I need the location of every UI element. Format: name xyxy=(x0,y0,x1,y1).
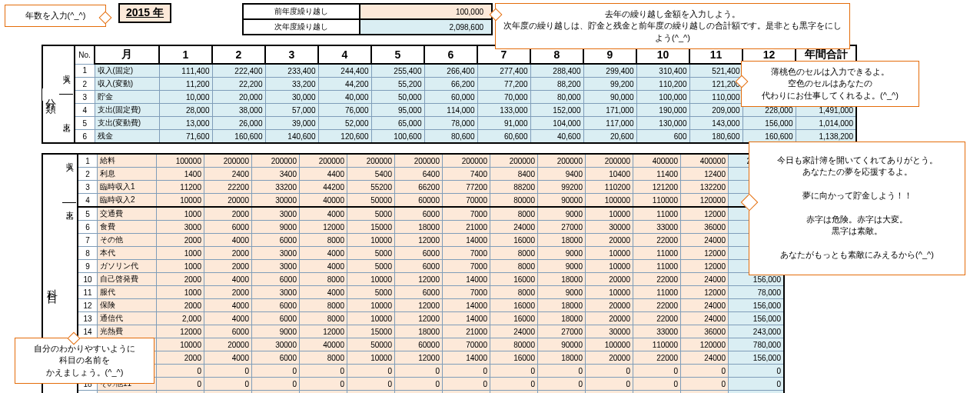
cell-value[interactable]: 3400 xyxy=(252,168,300,181)
cell-value[interactable]: 4000 xyxy=(204,299,252,312)
cell-value[interactable]: 18000 xyxy=(395,221,443,234)
row-name[interactable]: 光熱費 xyxy=(98,325,157,338)
cell-value[interactable]: 66200 xyxy=(395,181,443,194)
cell-value[interactable]: 80000 xyxy=(490,338,538,351)
cell-value[interactable]: 5000 xyxy=(347,286,395,299)
cell-value[interactable]: 7000 xyxy=(443,286,490,299)
cell-value[interactable]: 9000 xyxy=(252,325,300,338)
cell-value[interactable]: 8000 xyxy=(300,312,347,325)
cell-value[interactable]: 110200 xyxy=(586,181,633,194)
cell-value[interactable]: 22000 xyxy=(633,312,681,325)
cell-value[interactable]: 8000 xyxy=(300,351,347,365)
cell-value[interactable]: 70000 xyxy=(443,338,490,351)
cell-value[interactable]: 8000 xyxy=(490,247,538,260)
cell-value[interactable]: 6000 xyxy=(395,286,443,299)
cell-value[interactable]: 2000 xyxy=(204,260,252,273)
cell-value[interactable]: 121200 xyxy=(633,181,681,194)
cell-value[interactable]: 14000 xyxy=(443,351,490,365)
cell-value[interactable]: 0 xyxy=(347,365,395,378)
cell-value[interactable]: 20000 xyxy=(586,273,633,286)
cell-value[interactable]: 200000 xyxy=(443,154,490,168)
cell-value[interactable]: 33000 xyxy=(633,325,681,338)
cell-value[interactable]: 50000 xyxy=(347,338,395,351)
cell-value[interactable]: 200000 xyxy=(538,154,586,168)
cell-value[interactable]: 20000 xyxy=(586,299,633,312)
cell-value[interactable]: 0 xyxy=(586,378,633,391)
cell-value[interactable]: 6000 xyxy=(395,247,443,260)
cell-value[interactable]: 0 xyxy=(538,378,586,391)
cell-value[interactable]: 2000 xyxy=(157,351,204,365)
row-name[interactable]: 利息 xyxy=(98,168,157,181)
cell-value[interactable]: 12000 xyxy=(395,351,443,365)
cell-value[interactable]: 200000 xyxy=(490,154,538,168)
cell-value[interactable]: 5000 xyxy=(347,207,395,221)
cell-value[interactable]: 0 xyxy=(681,391,729,394)
cell-value[interactable]: 4000 xyxy=(204,234,252,247)
cell-value[interactable]: 12000 xyxy=(300,221,347,234)
row-name[interactable]: その他12 xyxy=(98,391,157,394)
row-name[interactable]: 自己啓発費 xyxy=(98,273,157,286)
cell-value[interactable]: 12000 xyxy=(681,207,729,221)
row-name[interactable]: 服代 xyxy=(98,286,157,299)
cell-value[interactable]: 12000 xyxy=(395,273,443,286)
cell-value[interactable]: 16000 xyxy=(490,351,538,365)
cell-value[interactable]: 0 xyxy=(300,378,347,391)
cell-value[interactable]: 200000 xyxy=(204,154,252,168)
cell-value[interactable]: 40000 xyxy=(300,338,347,351)
cell-value[interactable]: 18000 xyxy=(538,312,586,325)
row-name[interactable]: 保険 xyxy=(98,299,157,312)
cell-value[interactable]: 0 xyxy=(681,365,729,378)
cell-value[interactable]: 9000 xyxy=(538,247,586,260)
cell-value[interactable]: 11400 xyxy=(633,168,681,181)
cell-value[interactable]: 6000 xyxy=(252,351,300,365)
cell-value[interactable]: 0 xyxy=(157,391,204,394)
cell-value[interactable]: 55200 xyxy=(347,181,395,194)
cell-value[interactable]: 200000 xyxy=(300,154,347,168)
cell-value[interactable]: 0 xyxy=(586,365,633,378)
cell-value[interactable]: 90000 xyxy=(538,338,586,351)
prev-rollover-value[interactable]: 100,000 xyxy=(360,4,492,19)
cell-value[interactable]: 0 xyxy=(538,391,586,394)
cell-value[interactable]: 22200 xyxy=(204,181,252,194)
cell-value[interactable]: 9000 xyxy=(538,207,586,221)
cell-value[interactable]: 36000 xyxy=(681,221,729,234)
cell-value[interactable]: 7000 xyxy=(443,247,490,260)
row-name[interactable]: ガソリン代 xyxy=(98,260,157,273)
cell-value[interactable]: 8000 xyxy=(490,260,538,273)
cell-value[interactable]: 27000 xyxy=(538,221,586,234)
cell-value[interactable]: 3000 xyxy=(252,260,300,273)
cell-value[interactable]: 99200 xyxy=(538,181,586,194)
cell-value[interactable]: 6000 xyxy=(252,299,300,312)
cell-value[interactable]: 22000 xyxy=(633,299,681,312)
cell-value[interactable]: 10000 xyxy=(347,273,395,286)
cell-value[interactable]: 0 xyxy=(443,365,490,378)
cell-value[interactable]: 0 xyxy=(395,378,443,391)
cell-value[interactable]: 30000 xyxy=(586,221,633,234)
cell-value[interactable]: 0 xyxy=(490,365,538,378)
cell-value[interactable]: 5000 xyxy=(347,260,395,273)
cell-value[interactable]: 8000 xyxy=(490,286,538,299)
cell-value[interactable]: 0 xyxy=(157,378,204,391)
cell-value[interactable]: 1400 xyxy=(157,168,204,181)
cell-value[interactable]: 8400 xyxy=(490,168,538,181)
cell-value[interactable]: 12400 xyxy=(681,168,729,181)
cell-value[interactable]: 36000 xyxy=(681,325,729,338)
cell-value[interactable]: 0 xyxy=(586,391,633,394)
row-name[interactable]: 交通費 xyxy=(98,207,157,221)
cell-value[interactable]: 0 xyxy=(395,391,443,394)
cell-value[interactable]: 44200 xyxy=(300,181,347,194)
cell-value[interactable]: 24000 xyxy=(681,351,729,365)
cell-value[interactable]: 60000 xyxy=(395,338,443,351)
cell-value[interactable]: 10000 xyxy=(347,351,395,365)
cell-value[interactable]: 0 xyxy=(490,378,538,391)
cell-value[interactable]: 24000 xyxy=(681,312,729,325)
cell-value[interactable]: 6400 xyxy=(395,168,443,181)
cell-value[interactable]: 100000 xyxy=(586,194,633,208)
cell-value[interactable]: 0 xyxy=(300,365,347,378)
cell-value[interactable]: 0 xyxy=(681,378,729,391)
cell-value[interactable]: 400000 xyxy=(633,154,681,168)
cell-value[interactable]: 88200 xyxy=(490,181,538,194)
cell-value[interactable]: 110000 xyxy=(633,338,681,351)
cell-value[interactable]: 24000 xyxy=(681,234,729,247)
cell-value[interactable]: 4000 xyxy=(300,286,347,299)
